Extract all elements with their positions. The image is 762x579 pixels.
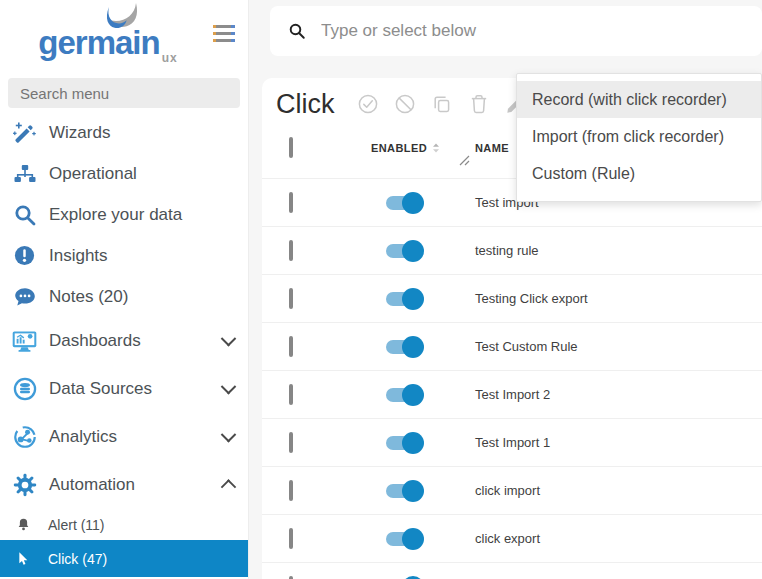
sidebar-item-label: Click (47) <box>48 551 107 567</box>
sidebar-item-alert[interactable]: Alert (11) <box>0 509 248 540</box>
row-name[interactable]: Test Import 1 <box>475 435 550 450</box>
row-checkbox[interactable] <box>289 336 293 357</box>
trash-icon[interactable] <box>468 93 490 115</box>
alert-bell-icon <box>13 517 33 532</box>
top-search-bar <box>270 6 762 56</box>
magic-wand-icon <box>11 119 38 146</box>
row-name[interactable]: testing rule <box>475 243 539 258</box>
sidebar-item-data-sources[interactable]: Data Sources <box>0 365 248 413</box>
sidebar-item-dashboards[interactable]: Dashboards <box>0 317 248 365</box>
sidebar-item-label: Explore your data <box>49 205 234 225</box>
row-checkbox[interactable] <box>289 240 293 261</box>
enabled-toggle[interactable] <box>386 336 426 358</box>
column-header-name[interactable]: NAME <box>475 142 509 154</box>
brand-logo: germainux <box>18 2 198 64</box>
row-checkbox[interactable] <box>289 288 293 309</box>
sidebar-item-label: Analytics <box>49 427 223 447</box>
sidebar-item-insights[interactable]: Insights <box>0 235 248 276</box>
comment-icon <box>11 283 38 310</box>
row-checkbox[interactable] <box>289 384 293 405</box>
sidebar-item-wizards[interactable]: Wizards <box>0 112 248 153</box>
menu-item[interactable]: Record (with click recorder) <box>517 81 761 118</box>
chevron-up-icon <box>221 479 237 495</box>
enabled-toggle[interactable] <box>386 480 426 502</box>
page-title: Click <box>276 89 335 120</box>
sitemap-icon <box>11 160 38 187</box>
enabled-toggle[interactable] <box>386 384 426 406</box>
dashboard-icon <box>11 328 38 355</box>
check-circle-icon[interactable] <box>357 93 379 115</box>
sidebar-item-label: Automation <box>49 475 223 495</box>
enabled-toggle[interactable] <box>386 576 426 579</box>
ban-icon[interactable] <box>394 93 416 115</box>
table-row: Test Import 2 <box>262 370 762 418</box>
sidebar-item-notes[interactable]: Notes (20) <box>0 276 248 317</box>
enabled-toggle[interactable] <box>386 432 426 454</box>
sidebar-search <box>8 78 240 108</box>
search-icon <box>11 201 38 228</box>
row-name[interactable]: click import <box>475 483 540 498</box>
row-checkbox[interactable] <box>289 528 293 549</box>
chevron-down-icon <box>221 378 237 394</box>
menu-item[interactable]: Custom (Rule) <box>517 155 761 192</box>
alert-circle-icon <box>11 242 38 269</box>
table-row: click import <box>262 466 762 514</box>
sidebar-item-label: Dashboards <box>49 331 223 351</box>
menu-item[interactable]: Import (from click recorder) <box>517 118 761 155</box>
sort-icon[interactable] <box>431 141 441 155</box>
top-search-input[interactable] <box>319 20 762 42</box>
sidebar-item-analytics[interactable]: Analytics <box>0 413 248 461</box>
cursor-icon <box>13 551 33 567</box>
copy-icon[interactable] <box>431 93 453 115</box>
row-checkbox[interactable] <box>289 432 293 453</box>
row-checkbox[interactable] <box>289 192 293 213</box>
sidebar-item-label: Notes (20) <box>49 287 234 307</box>
gear-icon <box>11 472 38 499</box>
sidebar-item-label: Alert (11) <box>48 517 105 533</box>
row-name[interactable]: Test Custom Rule <box>475 339 578 354</box>
hamburger-menu-icon[interactable] <box>213 25 235 46</box>
enabled-toggle[interactable] <box>386 528 426 550</box>
search-icon <box>288 22 306 40</box>
sidebar: germainux Wizards Operational Explore yo… <box>0 0 249 579</box>
table-row: testing rule <box>262 226 762 274</box>
table-row: test custom rule <box>262 562 762 579</box>
share-nodes-icon <box>11 424 38 451</box>
enabled-toggle[interactable] <box>386 192 426 214</box>
chevron-down-icon <box>221 426 237 442</box>
row-name[interactable]: Testing Click export <box>475 291 588 306</box>
sidebar-item-explore[interactable]: Explore your data <box>0 194 248 235</box>
table-row: click export <box>262 514 762 562</box>
logo-swoosh-icon <box>96 2 148 36</box>
database-icon <box>11 376 38 403</box>
column-resize-handle-icon[interactable] <box>458 152 470 170</box>
table-row: Test Import 1 <box>262 418 762 466</box>
brand-suffix: ux <box>162 51 178 65</box>
dropdown-menu: Record (with click recorder)Import (from… <box>516 73 762 202</box>
table-row: Testing Click export <box>262 274 762 322</box>
select-all-checkbox[interactable] <box>289 137 293 158</box>
sidebar-item-click[interactable]: Click (47) <box>0 540 248 577</box>
sidebar-item-label: Data Sources <box>49 379 223 399</box>
row-checkbox[interactable] <box>289 480 293 501</box>
sidebar-nav: Wizards Operational Explore your data In… <box>0 112 248 577</box>
row-checkbox[interactable] <box>289 576 293 579</box>
logo-row: germainux <box>0 0 248 72</box>
sidebar-search-input[interactable] <box>8 78 240 108</box>
sidebar-item-label: Wizards <box>49 123 234 143</box>
enabled-toggle[interactable] <box>386 240 426 262</box>
table-row: Test Custom Rule <box>262 322 762 370</box>
table-body: Test import testing rule Testing Click e… <box>262 178 762 579</box>
row-name[interactable]: Test Import 2 <box>475 387 550 402</box>
sidebar-item-label: Operational <box>49 164 234 184</box>
sidebar-item-operational[interactable]: Operational <box>0 153 248 194</box>
chevron-down-icon <box>221 330 237 346</box>
column-header-enabled[interactable]: ENABLED <box>371 142 427 154</box>
sidebar-item-automation[interactable]: Automation <box>0 461 248 509</box>
sidebar-item-label: Insights <box>49 246 234 266</box>
enabled-toggle[interactable] <box>386 288 426 310</box>
row-name[interactable]: click export <box>475 531 540 546</box>
